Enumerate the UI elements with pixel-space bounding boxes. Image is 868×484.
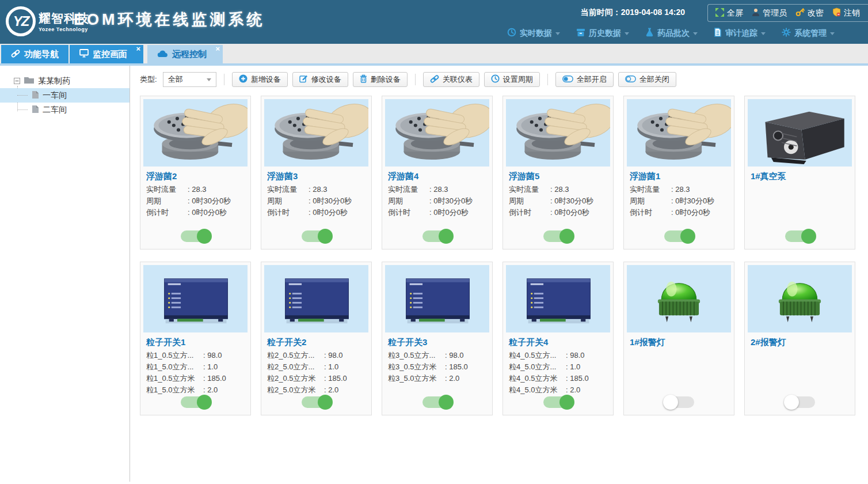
device-toggle[interactable] [785, 396, 815, 408]
device-toggle[interactable] [785, 230, 815, 242]
toggle-on-icon [562, 75, 573, 84]
metric-value: 98.0 [566, 350, 585, 361]
device-card[interactable]: 粒子开关1 粒1_0.5立方...98.0粒1_5.0立方...1.0粒1_0.… [140, 262, 251, 415]
metric-value: 0时0分0秒 [671, 207, 710, 218]
device-toggle[interactable] [181, 396, 211, 408]
tree-node-workshop-1[interactable]: 一车间 [0, 88, 130, 103]
metric-label: 粒4_5.0立方... [509, 361, 566, 373]
device-toggle[interactable] [181, 230, 211, 242]
metric-label: 实时流量 [388, 184, 429, 195]
device-photo [627, 265, 731, 332]
toggle-off-icon [625, 75, 636, 84]
tab-function-nav[interactable]: 功能导航 [1, 45, 68, 63]
metric-value: 28.3 [309, 184, 328, 195]
metric-value: 0时30分0秒 [550, 195, 593, 207]
metric-label: 周期 [630, 195, 671, 207]
page-title: EOM环境在线监测系统 [74, 9, 265, 30]
device-toggle[interactable] [543, 396, 573, 408]
device-metric-row: 倒计时0时0分0秒 [267, 207, 366, 218]
app-header: YZ 耀智科技 Yozee Technology EOM环境在线监测系统 当前时… [0, 0, 868, 44]
tab-remote-control[interactable]: 远程控制 × [147, 45, 223, 63]
metric-label: 周期 [267, 195, 309, 207]
device-card[interactable]: 浮游菌5 实时流量28.3周期0时30分0秒倒计时0时0分0秒 [502, 96, 614, 249]
key-icon [795, 8, 805, 18]
nav-item-history-data[interactable]: 历史数据 [576, 28, 629, 39]
device-metric-row: 粒3_5.0立方米2.0 [388, 373, 486, 384]
device-card[interactable]: 粒子开关3 粒3_0.5立方...98.0粒3_0.5立方米185.0粒3_5.… [382, 262, 493, 415]
device-title: 粒子开关3 [388, 337, 486, 348]
device-card[interactable]: 浮游菌1 实时流量28.3周期0时30分0秒倒计时0时0分0秒 [623, 96, 734, 249]
device-card[interactable]: 粒子开关4 粒4_0.5立方...98.0粒4_5.0立方...1.0粒4_0.… [502, 262, 614, 415]
tree-node-workshop-2[interactable]: 二车间 [0, 103, 130, 117]
device-toggle[interactable] [422, 230, 452, 242]
metric-value: 0时30分0秒 [188, 195, 231, 207]
device-card[interactable]: 浮游菌2 实时流量28.3周期0时30分0秒倒计时0时0分0秒 [140, 96, 251, 249]
device-toggle[interactable] [302, 230, 332, 242]
device-photo [506, 99, 610, 167]
device-metric-row: 实时流量28.3 [509, 184, 607, 195]
edit-device-button[interactable]: 修改设备 [292, 72, 348, 87]
device-metrics: 粒4_0.5立方...98.0粒4_5.0立方...1.0粒4_0.5立方米18… [509, 350, 607, 396]
device-card[interactable]: 浮游菌4 实时流量28.3周期0时30分0秒倒计时0时0分0秒 [382, 96, 493, 249]
device-card[interactable]: 2#报警灯 [744, 262, 855, 415]
device-title: 1#报警灯 [630, 337, 728, 348]
device-toggle[interactable] [422, 396, 452, 408]
device-card[interactable]: 浮游菌3 实时流量28.3周期0时30分0秒倒计时0时0分0秒 [261, 96, 372, 249]
device-photo [385, 99, 489, 167]
admin-user-button[interactable]: 管理员 [752, 8, 787, 18]
metric-value: 0时0分0秒 [550, 207, 589, 218]
device-toggle[interactable] [664, 230, 694, 242]
metric-label: 粒1_5.0立方米 [146, 384, 203, 396]
device-photo [264, 99, 368, 167]
chevron-down-icon [693, 32, 698, 37]
metric-value: 0时30分0秒 [309, 195, 352, 207]
link-instrument-button[interactable]: 关联仪表 [423, 72, 479, 87]
add-device-button[interactable]: 新增设备 [232, 72, 288, 87]
device-metric-row: 倒计时0时0分0秒 [509, 207, 607, 218]
file-icon [32, 90, 39, 101]
device-card[interactable]: 1#真空泵 [744, 96, 855, 249]
metric-value: 2.0 [445, 373, 459, 384]
toolbar-divider [547, 74, 548, 85]
close-icon[interactable]: × [215, 45, 220, 53]
device-toggle[interactable] [302, 396, 332, 408]
delete-device-button[interactable]: 删除设备 [353, 72, 408, 87]
history-archive-icon [576, 28, 585, 39]
device-card[interactable]: 1#报警灯 [623, 262, 734, 415]
tree-node-company[interactable]: 某某制药 [0, 74, 130, 88]
tree-collapse-icon[interactable] [14, 77, 20, 86]
device-photo [385, 265, 489, 332]
type-filter-label: 类型: [140, 74, 157, 85]
nav-item-drug-batch[interactable]: 药品批次 [645, 28, 698, 39]
device-metric-row: 周期0时30分0秒 [509, 195, 607, 207]
chevron-down-icon [207, 78, 211, 84]
logout-button[interactable]: 注销 [832, 7, 860, 18]
metric-label: 倒计时 [630, 207, 671, 218]
metric-value: 98.0 [203, 350, 222, 361]
fullscreen-button[interactable]: 全屏 [715, 8, 743, 18]
nav-item-system-management[interactable]: 系统管理 [782, 28, 835, 39]
device-toggle[interactable] [543, 230, 573, 242]
device-card[interactable]: 粒子开关2 粒2_0.5立方...98.0粒2_5.0立方...1.0粒2_0.… [261, 262, 372, 415]
batch-flask-icon [645, 28, 654, 39]
device-grid: 浮游菌2 实时流量28.3周期0时30分0秒倒计时0时0分0秒 浮游菌3 实时流… [140, 96, 866, 415]
metric-label: 实时流量 [267, 184, 309, 195]
device-toggle[interactable] [664, 396, 694, 408]
close-all-button[interactable]: 全部关闭 [618, 72, 676, 87]
type-filter-value: 全部 [168, 74, 183, 85]
metric-label: 实时流量 [509, 184, 550, 195]
metric-label: 粒3_5.0立方米 [388, 373, 445, 384]
nav-item-audit-trail[interactable]: 审计追踪 [714, 28, 766, 39]
metric-value: 28.3 [188, 184, 207, 195]
change-password-button[interactable]: 改密 [795, 8, 824, 18]
device-metric-row: 粒3_0.5立方...98.0 [388, 350, 486, 361]
type-filter-select[interactable]: 全部 [163, 72, 216, 87]
close-icon[interactable]: × [136, 45, 140, 53]
tab-monitor-screen[interactable]: 监控画面 × [70, 45, 143, 63]
nav-item-realtime-data[interactable]: 实时数据 [507, 28, 560, 39]
set-period-button[interactable]: 设置周期 [484, 72, 540, 87]
metric-value: 1.0 [566, 361, 580, 373]
file-icon [32, 105, 39, 115]
open-all-button[interactable]: 全部开启 [555, 72, 614, 87]
metric-value: 185.0 [203, 373, 226, 384]
